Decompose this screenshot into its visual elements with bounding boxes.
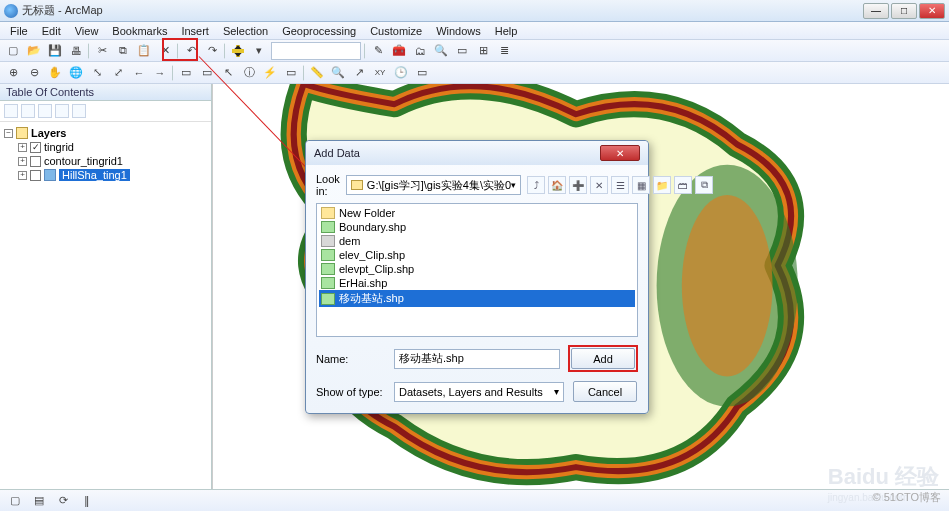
catalog-icon[interactable]: 🗂	[411, 42, 429, 60]
zoom-in-icon[interactable]: ⊕	[4, 64, 22, 82]
identify-icon[interactable]: ⓘ	[240, 64, 258, 82]
maximize-button[interactable]: □	[891, 3, 917, 19]
open-icon[interactable]: 📂	[25, 42, 43, 60]
redo-icon[interactable]: ↷	[203, 42, 221, 60]
file-item[interactable]: ErHai.shp	[319, 276, 635, 290]
layer-tingrid[interactable]: + tingrid	[2, 140, 209, 154]
highlight-add-button: Add	[568, 345, 638, 372]
menu-windows[interactable]: Windows	[430, 23, 487, 39]
expand-icon[interactable]: +	[18, 157, 27, 166]
python-icon[interactable]: ▭	[453, 42, 471, 60]
modelbuilder-icon[interactable]: ⊞	[474, 42, 492, 60]
home-icon[interactable]: 🏠	[548, 176, 566, 194]
file-list[interactable]: New Folder Boundary.shp dem elev_Clip.sh…	[316, 203, 638, 337]
pan-icon[interactable]: ✋	[46, 64, 64, 82]
type-dropdown[interactable]: Datasets, Layers and Results	[394, 382, 564, 402]
fixed-zoom-in-icon[interactable]: ⤡	[88, 64, 106, 82]
expand-icon[interactable]: +	[18, 143, 27, 152]
list-view-icon[interactable]: ☰	[611, 176, 629, 194]
time-slider-icon[interactable]: 🕒	[392, 64, 410, 82]
fixed-zoom-out-icon[interactable]: ⤢	[109, 64, 127, 82]
add-data-button[interactable]	[229, 42, 247, 60]
new-icon[interactable]: ▢	[4, 42, 22, 60]
table-of-contents-icon[interactable]: ≣	[495, 42, 513, 60]
menu-insert[interactable]: Insert	[175, 23, 215, 39]
list-by-visibility-icon[interactable]	[38, 104, 52, 118]
select-features-icon[interactable]: ▭	[177, 64, 195, 82]
scale-combo[interactable]	[271, 42, 361, 60]
name-field[interactable]: 移动基站.shp	[394, 349, 560, 369]
data-view-icon[interactable]: ▢	[6, 492, 24, 510]
add-data-dropdown[interactable]: ▾	[250, 42, 268, 60]
menu-view[interactable]: View	[69, 23, 105, 39]
file-item[interactable]: elevpt_Clip.shp	[319, 262, 635, 276]
up-one-level-icon[interactable]: ⤴	[527, 176, 545, 194]
menu-help[interactable]: Help	[489, 23, 524, 39]
file-item[interactable]: New Folder	[319, 206, 635, 220]
html-popup-icon[interactable]: ▭	[282, 64, 300, 82]
file-item-selected[interactable]: 移动基站.shp	[319, 290, 635, 307]
file-item[interactable]: dem	[319, 234, 635, 248]
menu-file[interactable]: File	[4, 23, 34, 39]
layer-label: contour_tingrid1	[44, 155, 123, 167]
new-folder-icon[interactable]: 📁	[653, 176, 671, 194]
full-extent-icon[interactable]: 🌐	[67, 64, 85, 82]
disconnect-folder-icon[interactable]: ✕	[590, 176, 608, 194]
connect-folder-icon[interactable]: ➕	[569, 176, 587, 194]
menu-bookmarks[interactable]: Bookmarks	[106, 23, 173, 39]
find-route-icon[interactable]: ↗	[350, 64, 368, 82]
dialog-close-button[interactable]: ✕	[600, 145, 640, 161]
checkbox[interactable]	[30, 156, 41, 167]
hyperlink-icon[interactable]: ⚡	[261, 64, 279, 82]
highlight-add-data	[162, 38, 198, 61]
list-by-selection-icon[interactable]	[55, 104, 69, 118]
measure-icon[interactable]: 📏	[308, 64, 326, 82]
menu-selection[interactable]: Selection	[217, 23, 274, 39]
file-item[interactable]: Boundary.shp	[319, 220, 635, 234]
checkbox[interactable]	[30, 170, 41, 181]
create-viewer-icon[interactable]: ▭	[413, 64, 431, 82]
layers-label: Layers	[31, 127, 66, 139]
lookin-dropdown[interactable]: G:\[gis学习]\gis实验4集\实验0 ▾	[346, 175, 521, 195]
list-by-drawing-order-icon[interactable]	[4, 104, 18, 118]
shapefile-icon	[321, 293, 335, 305]
file-item[interactable]: elev_Clip.shp	[319, 248, 635, 262]
cancel-button[interactable]: Cancel	[573, 381, 637, 402]
save-icon[interactable]: 💾	[46, 42, 64, 60]
pause-drawing-icon[interactable]: ‖	[78, 492, 96, 510]
print-icon[interactable]: 🖶	[67, 42, 85, 60]
next-extent-icon[interactable]: →	[151, 64, 169, 82]
menu-geoprocessing[interactable]: Geoprocessing	[276, 23, 362, 39]
toggle-contents-icon[interactable]: ⧉	[695, 176, 713, 194]
expand-icon[interactable]: +	[18, 171, 27, 180]
details-view-icon[interactable]: ▦	[632, 176, 650, 194]
prev-extent-icon[interactable]: ←	[130, 64, 148, 82]
paste-icon[interactable]: 📋	[135, 42, 153, 60]
menu-customize[interactable]: Customize	[364, 23, 428, 39]
toolbox-icon[interactable]: 🧰	[390, 42, 408, 60]
goto-xy-icon[interactable]: XY	[371, 64, 389, 82]
refresh-icon[interactable]: ⟳	[54, 492, 72, 510]
close-button[interactable]: ✕	[919, 3, 945, 19]
add-button[interactable]: Add	[571, 348, 635, 369]
menu-edit[interactable]: Edit	[36, 23, 67, 39]
new-file-gdb-icon[interactable]: 🗃	[674, 176, 692, 194]
search-icon[interactable]: 🔍	[432, 42, 450, 60]
layer-contour[interactable]: + contour_tingrid1	[2, 154, 209, 168]
toc-options-icon[interactable]	[72, 104, 86, 118]
titlebar: 无标题 - ArcMap — □ ✕	[0, 0, 949, 22]
copy-icon[interactable]: ⧉	[114, 42, 132, 60]
toc-toolbar	[0, 101, 211, 122]
list-by-source-icon[interactable]	[21, 104, 35, 118]
find-icon[interactable]: 🔍	[329, 64, 347, 82]
collapse-icon[interactable]: −	[4, 129, 13, 138]
cut-icon[interactable]: ✂	[93, 42, 111, 60]
tree-root[interactable]: − Layers	[2, 126, 209, 140]
editor-toolbar-icon[interactable]: ✎	[369, 42, 387, 60]
minimize-button[interactable]: —	[863, 3, 889, 19]
zoom-out-icon[interactable]: ⊖	[25, 64, 43, 82]
checkbox[interactable]	[30, 142, 41, 153]
dialog-titlebar[interactable]: Add Data ✕	[306, 141, 648, 165]
layer-hillshade[interactable]: + HillSha_ting1	[2, 168, 209, 182]
layout-view-icon[interactable]: ▤	[30, 492, 48, 510]
